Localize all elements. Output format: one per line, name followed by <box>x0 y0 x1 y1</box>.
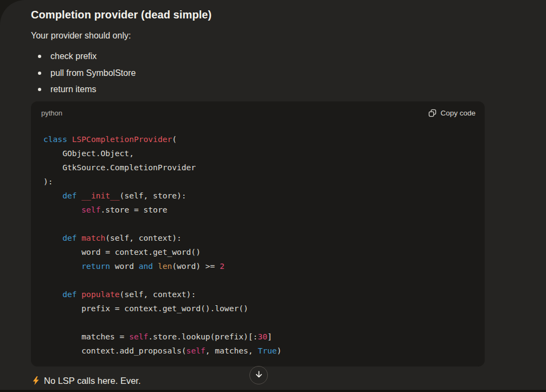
footer-note: No LSP calls here. Ever. <box>31 375 141 387</box>
code-line: word = context.get_word() <box>43 245 474 259</box>
code-line: return word and len(word) >= 2 <box>43 259 474 273</box>
section-heading: Completion provider (dead simple) <box>31 8 211 22</box>
scroll-to-bottom-button[interactable] <box>249 366 268 384</box>
arrow-down-icon <box>254 370 264 381</box>
code-content: class LSPCompletionProvider( GObject.Obj… <box>31 118 485 358</box>
copy-icon <box>428 109 436 117</box>
list-item: return items <box>31 81 302 98</box>
code-line: def populate(self, context): <box>43 287 474 301</box>
list-item: check prefix <box>31 48 302 65</box>
lightning-bolt-icon <box>31 376 41 385</box>
code-line: self.store = store <box>43 203 474 217</box>
code-block: python Copy code class LSPCompletionProv… <box>31 101 485 367</box>
code-line <box>43 316 474 330</box>
code-line <box>43 217 474 231</box>
code-line: GObject.Object, <box>43 146 474 160</box>
intro-text: Your provider should only: <box>31 30 131 41</box>
code-line: prefix = context.get_word().lower() <box>43 301 474 316</box>
chat-panel: Completion provider (dead simple) Your p… <box>0 0 546 392</box>
code-line: ): <box>43 175 474 189</box>
code-line: def match(self, context): <box>43 231 474 245</box>
bullet-list: check prefixpull from SymbolStorereturn … <box>31 48 302 98</box>
code-line: matches = self.store.lookup(prefix)[:30] <box>43 330 474 344</box>
code-line: def __init__(self, store): <box>43 189 474 203</box>
list-item: pull from SymbolStore <box>31 65 302 82</box>
copy-code-label: Copy code <box>440 109 476 117</box>
code-language-label: python <box>41 109 62 117</box>
copy-code-button[interactable]: Copy code <box>428 109 476 117</box>
code-line <box>43 273 474 287</box>
footer-note-text: No LSP calls here. Ever. <box>44 376 141 386</box>
app-window: Completion provider (dead simple) Your p… <box>0 0 546 392</box>
bottom-divider <box>0 390 546 392</box>
code-block-header: python Copy code <box>31 101 485 118</box>
code-line: context.add_proposals(self, matches, Tru… <box>43 344 474 358</box>
code-line: GtkSource.CompletionProvider <box>43 160 474 175</box>
code-line: class LSPCompletionProvider( <box>43 132 474 146</box>
